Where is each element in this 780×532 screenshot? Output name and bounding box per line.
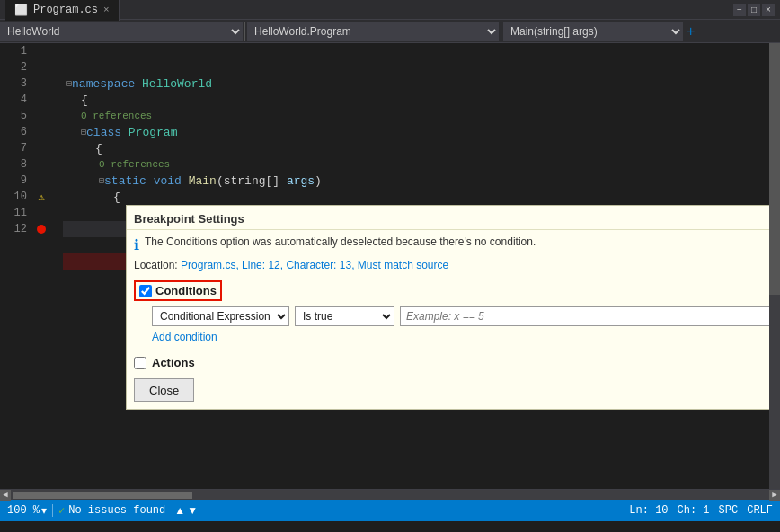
scroll-thumb[interactable] [769, 43, 780, 295]
warning-indicator: ⚠ [38, 191, 44, 204]
method-select[interactable]: Main(string[] args) [503, 22, 683, 41]
actions-checkbox[interactable] [134, 357, 146, 369]
nav-up-button[interactable]: ▲ [174, 504, 185, 517]
code-line-8: { [63, 189, 769, 205]
bp-location: Location: Program.cs, Line: 12, Characte… [127, 257, 769, 277]
window-max-button[interactable]: □ [748, 4, 760, 16]
bottom-scroll-track[interactable] [13, 492, 767, 499]
line-8: 8 [0, 156, 63, 173]
line-10: 10 ⚠ [0, 189, 63, 205]
bottom-scrollbar[interactable]: ◀ ▶ [0, 489, 780, 500]
line-1: 1 [0, 43, 63, 59]
bp-close-button[interactable]: Close [134, 378, 194, 402]
status-text: No issues found [68, 504, 165, 517]
toolbar-divider-2 [501, 22, 501, 41]
scroll-left-arrow[interactable]: ◀ [0, 490, 11, 501]
ln-indicator: Ln: 10 [629, 504, 668, 517]
window-min-button[interactable]: − [733, 4, 746, 16]
bp-location-value[interactable]: Program.cs, Line: 12, Character: 13, Mus… [181, 259, 448, 271]
breakpoint-settings-panel: Breakpoint Settings ✕ ℹ The Conditions o… [126, 205, 769, 410]
toolbar: HelloWorld HelloWorld.Program Main(strin… [0, 20, 780, 43]
nav-buttons: ▲ ▼ [174, 504, 198, 517]
ch-indicator: Ch: 1 [678, 504, 710, 517]
conditions-checkbox[interactable] [139, 285, 152, 297]
code-area[interactable]: ⊟ namespace HelloWorld { 0 references ⊟ … [63, 43, 769, 489]
zoom-level: 100 % [7, 504, 40, 517]
line-7: 7 [0, 140, 63, 156]
code-line-1 [63, 43, 769, 59]
scroll-right-arrow[interactable]: ▶ [769, 490, 780, 501]
tab-label: Program.cs [33, 4, 98, 16]
code-line-7: ⊟ static void Main(string[] args) [63, 173, 769, 189]
condition-expression-input[interactable] [400, 306, 769, 326]
bp-actions-row: Actions [127, 350, 769, 375]
tab-area: ⬜ Program.cs × [5, 0, 120, 21]
tab-program-cs[interactable]: ⬜ Program.cs × [5, 0, 120, 21]
status-bar-right: Ln: 10 Ch: 1 SPC CRLF [629, 504, 773, 517]
code-line-7-ref: 0 references [63, 156, 769, 173]
line-4: 4 [0, 92, 63, 108]
right-scrollbar[interactable] [769, 43, 780, 489]
window-close-button[interactable]: × [762, 4, 775, 16]
namespace-select[interactable]: HelloWorld [0, 22, 243, 41]
line-12: 12 [0, 221, 63, 237]
bp-panel-header: Breakpoint Settings ✕ [127, 206, 769, 230]
line-5: 5 [0, 108, 63, 124]
code-line-5b: ⊟ class Program [63, 124, 769, 140]
file-icon: ⬜ [14, 4, 28, 17]
status-ok: ✓ No issues found [58, 504, 165, 518]
bp-info-text: The Conditions option was automatically … [145, 235, 536, 248]
bp-info-row: ℹ The Conditions option was automaticall… [127, 230, 769, 257]
code-line-5: 0 references [63, 108, 769, 124]
title-bar: ⬜ Program.cs × − □ × [0, 0, 780, 20]
conditions-checkbox-row: Conditions [134, 280, 222, 301]
toolbar-divider-1 [244, 22, 245, 41]
crlf-indicator: CRLF [747, 504, 773, 517]
add-condition-link[interactable]: Add condition [152, 331, 217, 343]
status-bar-left: 100 % ▾ ✓ No issues found ▲ ▼ [7, 504, 622, 518]
zoom-control: 100 % ▾ [7, 504, 47, 517]
code-line-6: { [63, 140, 769, 156]
tab-close-icon[interactable]: × [103, 4, 110, 15]
window-controls: − □ × [733, 4, 775, 16]
bp-conditions-section: Conditions Conditional Expression Hit Co… [127, 277, 769, 347]
line-3: 3 [0, 75, 63, 92]
class-select[interactable]: HelloWorld.Program [247, 22, 499, 41]
actions-label: Actions [152, 356, 195, 369]
bp-close-row: Close [127, 375, 769, 409]
spc-indicator: SPC [719, 504, 739, 517]
line-gutter: 1 2 3 4 5 6 7 8 [0, 43, 63, 489]
breakpoint-indicator[interactable] [37, 225, 46, 234]
editor-container: 1 2 3 4 5 6 7 8 [0, 43, 780, 489]
line-2: 2 [0, 59, 63, 75]
bp-condition-row: Conditional Expression Hit Count Filter … [152, 306, 769, 326]
status-bar: 100 % ▾ ✓ No issues found ▲ ▼ Ln: 10 Ch:… [0, 500, 780, 521]
status-divider-1 [52, 504, 53, 517]
condition-type-select[interactable]: Conditional Expression Hit Count Filter [152, 306, 289, 326]
bp-location-label: Location: [134, 259, 178, 271]
info-icon: ℹ [134, 236, 139, 253]
status-ok-icon: ✓ [58, 504, 65, 518]
line-11: 11 [0, 205, 63, 221]
nav-down-button[interactable]: ▼ [187, 504, 198, 517]
line-9: 9 [0, 173, 63, 189]
condition-when-select[interactable]: Is true When changed [295, 306, 394, 326]
add-button[interactable]: + [683, 23, 698, 40]
code-line-3: ⊟ namespace HelloWorld [63, 75, 769, 92]
conditions-label: Conditions [155, 284, 217, 297]
bp-panel-title: Breakpoint Settings [134, 212, 244, 226]
code-line-2 [63, 59, 769, 75]
code-line-4: { [63, 92, 769, 108]
line-6: 6 [0, 124, 63, 140]
bottom-scroll-thumb[interactable] [13, 492, 192, 499]
zoom-dropdown-button[interactable]: ▾ [41, 504, 47, 517]
